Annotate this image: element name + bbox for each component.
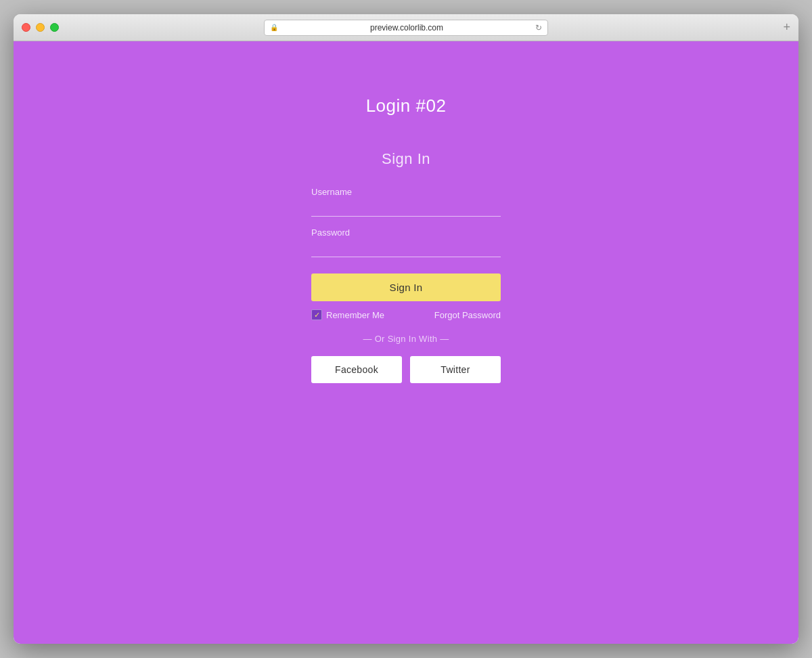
forgot-password-link[interactable]: Forgot Password <box>434 310 501 320</box>
close-button[interactable] <box>22 23 30 32</box>
twitter-button[interactable]: Twitter <box>410 356 501 383</box>
username-group: Username <box>311 187 501 217</box>
username-input[interactable] <box>311 200 501 217</box>
page-content: Login #02 Sign In Username Password Sign… <box>14 41 798 644</box>
maximize-button[interactable] <box>50 23 59 32</box>
password-label: Password <box>311 227 501 238</box>
checkmark-icon: ✓ <box>314 311 320 319</box>
remember-me-label: Remember Me <box>326 310 384 320</box>
sign-in-button[interactable]: Sign In <box>311 273 501 301</box>
browser-window: 🔒 preview.colorlib.com ↻ + Login #02 Sig… <box>14 14 798 644</box>
address-bar[interactable]: 🔒 preview.colorlib.com ↻ <box>264 20 548 36</box>
new-tab-button[interactable]: + <box>783 20 790 35</box>
facebook-button[interactable]: Facebook <box>311 356 402 383</box>
password-group: Password <box>311 227 501 257</box>
traffic-lights <box>22 23 59 32</box>
password-input[interactable] <box>311 240 501 257</box>
minimize-button[interactable] <box>36 23 45 32</box>
username-label: Username <box>311 187 501 197</box>
remember-me-group: ✓ Remember Me <box>311 309 384 320</box>
sign-in-heading: Sign In <box>382 150 430 168</box>
page-title: Login #02 <box>366 95 447 116</box>
reload-icon[interactable]: ↻ <box>535 23 542 32</box>
divider-text: — Or Sign In With — <box>363 334 449 344</box>
login-container: Sign In Username Password Sign In ✓ Reme <box>311 150 501 383</box>
url-text: preview.colorlib.com <box>282 23 531 32</box>
browser-titlebar: 🔒 preview.colorlib.com ↻ + <box>14 14 798 41</box>
remember-me-checkbox[interactable]: ✓ <box>311 309 322 320</box>
lock-icon: 🔒 <box>270 24 278 31</box>
social-buttons: Facebook Twitter <box>311 356 501 383</box>
options-row: ✓ Remember Me Forgot Password <box>311 309 501 320</box>
